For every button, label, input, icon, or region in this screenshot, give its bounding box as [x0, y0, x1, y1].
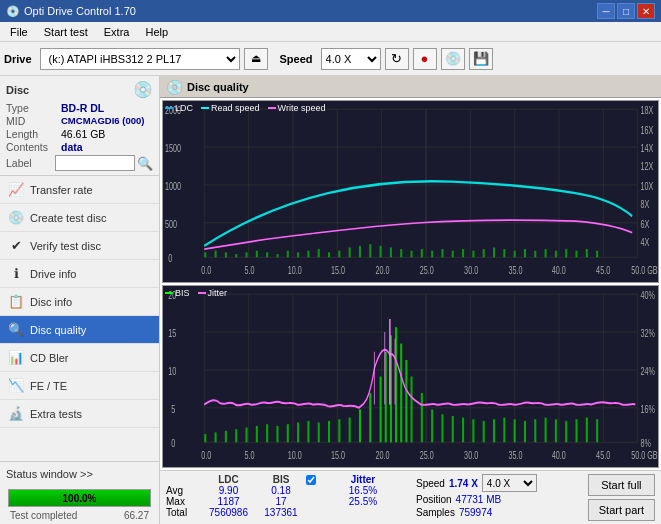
stats-row: LDC BIS Jitter Avg 9.90 0.18 16.5% Max 1… — [166, 474, 655, 521]
jitter-checkbox[interactable] — [306, 475, 316, 485]
svg-text:10.0: 10.0 — [288, 263, 302, 276]
sidebar-item-extra-tests[interactable]: 🔬 Extra tests — [0, 400, 159, 428]
sidebar-item-transfer-rate[interactable]: 📈 Transfer rate — [0, 176, 159, 204]
svg-rect-134 — [369, 393, 371, 442]
svg-rect-63 — [431, 251, 433, 258]
legend-bis-label: BIS — [175, 288, 190, 298]
start-part-button[interactable]: Start part — [588, 499, 655, 521]
disc-contents-row: Contents data — [6, 141, 153, 153]
legend-ldc-label: LDC — [175, 103, 193, 113]
disc-label-input[interactable] — [55, 155, 135, 171]
sidebar-item-label-extra-tests: Extra tests — [30, 408, 82, 420]
drive-select[interactable]: (k:) ATAPI iHBS312 2 PL17 — [40, 48, 240, 70]
svg-text:15.0: 15.0 — [331, 263, 345, 276]
disc-quality-icon: 🔍 — [8, 322, 24, 337]
svg-rect-77 — [576, 251, 578, 258]
refresh-button[interactable]: ↻ — [385, 48, 409, 70]
svg-text:10.0: 10.0 — [288, 448, 302, 461]
chart1: LDC Read speed Write speed — [162, 100, 659, 283]
progress-right-text: 66.27 — [120, 509, 153, 522]
save-button[interactable]: 💾 — [469, 48, 493, 70]
svg-rect-72 — [524, 249, 526, 257]
drive-label: Drive — [4, 53, 32, 65]
progress-text: 100.0% — [9, 490, 150, 506]
stats-header-empty — [166, 474, 201, 485]
speed-select[interactable]: 4.0 X 1.0 X 2.0 X 8.0 X — [321, 48, 381, 70]
svg-text:8X: 8X — [640, 197, 649, 210]
disc-length-row: Length 46.61 GB — [6, 128, 153, 140]
sidebar-item-disc-info[interactable]: 📋 Disc info — [0, 288, 159, 316]
record-button[interactable]: ● — [413, 48, 437, 70]
minimize-button[interactable]: ─ — [597, 3, 615, 19]
maximize-button[interactable]: □ — [617, 3, 635, 19]
bis-max: 17 — [256, 496, 306, 507]
status-window-label: Status window >> — [6, 468, 93, 480]
svg-rect-149 — [493, 419, 495, 442]
menu-file[interactable]: File — [4, 25, 34, 39]
disc-length-val: 46.61 GB — [61, 128, 105, 140]
menu-help[interactable]: Help — [139, 25, 174, 39]
sidebar-item-create-test-disc[interactable]: 💿 Create test disc — [0, 204, 159, 232]
svg-rect-132 — [349, 418, 351, 443]
svg-rect-154 — [545, 418, 547, 443]
stats-grid: LDC BIS Jitter Avg 9.90 0.18 16.5% Max 1… — [166, 474, 398, 518]
speed-val: 1.74 X — [449, 478, 478, 489]
svg-rect-46 — [256, 251, 258, 258]
svg-rect-141 — [411, 377, 413, 443]
svg-rect-76 — [565, 249, 567, 257]
disc-type-label: Type — [6, 102, 61, 114]
svg-rect-119 — [215, 432, 217, 442]
sidebar-item-fe-te[interactable]: 📉 FE / TE — [0, 372, 159, 400]
samples-val: 759974 — [459, 507, 492, 518]
svg-rect-74 — [545, 249, 547, 257]
svg-rect-150 — [503, 418, 505, 443]
svg-rect-70 — [503, 249, 505, 257]
legend-jitter: Jitter — [198, 288, 228, 298]
legend-write-speed: Write speed — [268, 103, 326, 113]
svg-rect-123 — [256, 426, 258, 442]
svg-text:30.0: 30.0 — [464, 263, 478, 276]
menu-extra[interactable]: Extra — [98, 25, 136, 39]
svg-text:40.0: 40.0 — [552, 263, 566, 276]
svg-text:50.0 GB: 50.0 GB — [631, 263, 657, 276]
disc-contents-label: Contents — [6, 141, 61, 153]
svg-rect-135 — [380, 377, 382, 443]
svg-rect-125 — [276, 426, 278, 442]
svg-rect-49 — [287, 251, 289, 258]
disc-button[interactable]: 💿 — [441, 48, 465, 70]
svg-text:35.0: 35.0 — [508, 263, 522, 276]
sidebar-item-label-drive-info: Drive info — [30, 268, 76, 280]
svg-rect-66 — [462, 249, 464, 257]
speed-stats-select[interactable]: 4.0 X — [482, 474, 537, 492]
svg-text:4X: 4X — [640, 235, 649, 248]
svg-rect-155 — [555, 419, 557, 442]
sidebar-item-disc-quality[interactable]: 🔍 Disc quality — [0, 316, 159, 344]
sidebar-item-drive-info[interactable]: ℹ Drive info — [0, 260, 159, 288]
svg-text:0: 0 — [171, 436, 175, 449]
svg-rect-158 — [586, 418, 588, 443]
close-button[interactable]: ✕ — [637, 3, 655, 19]
svg-rect-152 — [524, 421, 526, 442]
sidebar-item-verify-test-disc[interactable]: ✔ Verify test disc — [0, 232, 159, 260]
label-browse-icon[interactable]: 🔍 — [137, 156, 153, 171]
svg-rect-51 — [307, 251, 309, 258]
stats-col-ldc: LDC — [201, 474, 256, 485]
drive-info-icon: ℹ — [8, 266, 24, 281]
svg-rect-75 — [555, 251, 557, 258]
svg-text:6X: 6X — [640, 217, 649, 230]
svg-text:35.0: 35.0 — [508, 448, 522, 461]
sidebar-item-cd-bler[interactable]: 📊 CD Bler — [0, 344, 159, 372]
menu-start-test[interactable]: Start test — [38, 25, 94, 39]
disc-label-label: Label — [6, 157, 55, 169]
eject-button[interactable]: ⏏ — [244, 48, 268, 70]
legend-read-speed-label: Read speed — [211, 103, 260, 113]
position-label: Position — [416, 494, 452, 505]
bis-avg: 0.18 — [256, 485, 306, 496]
svg-rect-56 — [359, 246, 361, 258]
speed-row: Speed 1.74 X 4.0 X — [416, 474, 537, 492]
status-window-button[interactable]: Status window >> — [0, 461, 159, 485]
svg-text:32%: 32% — [640, 326, 655, 339]
svg-text:50.0 GB: 50.0 GB — [631, 448, 657, 461]
start-full-button[interactable]: Start full — [588, 474, 655, 496]
svg-text:20.0: 20.0 — [375, 263, 389, 276]
